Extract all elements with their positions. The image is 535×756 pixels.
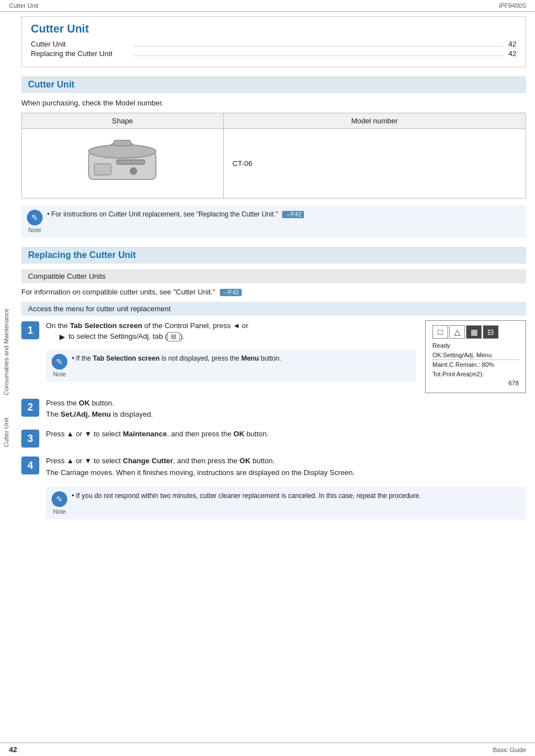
arrow-icon: ▶: [59, 333, 65, 341]
panel-line-3: Maint.C Remain.: 80%: [432, 360, 519, 370]
step-2-content: Press the OK button. The Set./Adj. Menu …: [46, 398, 526, 421]
subsection1-link: →P.42: [220, 289, 242, 296]
subsection1-intro: For information on compatible cutter uni…: [21, 288, 526, 296]
section1-title: Cutter Unit: [28, 80, 75, 89]
sidebar-label-2: Cutter Unit: [3, 418, 10, 448]
toc-item-1-page: 42: [505, 40, 516, 48]
note-content-step1: • If the Tab Selection screen is not dis…: [72, 354, 408, 362]
panel-icons-row: □ △ ▦ ⊟: [432, 325, 519, 339]
svg-rect-3: [117, 160, 145, 164]
toc-title: Cutter Unit: [31, 22, 516, 35]
subsection2-title: Access the menu for cutter unit replacem…: [28, 305, 170, 313]
panel-display: □ △ ▦ ⊟ Ready OK:Setting/Adj. Menu Maint…: [425, 320, 526, 393]
top-bar-left: Cutter Unit: [9, 2, 39, 9]
toc-item-1: Cutter Unit 42: [31, 40, 516, 48]
step-2-subtext: The Set./Adj. Menu is displayed.: [46, 410, 153, 418]
toc-dots-2: [134, 56, 503, 56]
note-content-step4: • If you do not respond within two minut…: [72, 491, 518, 500]
note-icon-step1: ✎ Note: [52, 354, 67, 377]
section1-intro: When purchasing, check the Model number.: [21, 99, 526, 107]
step-4-text: Press ▲ or ▼ to select Change Cutter, an…: [46, 455, 526, 479]
panel-icon-3: ▦: [466, 325, 482, 339]
note-icon-1: ✎ Note: [27, 210, 43, 233]
panel-icon-4: ⊟: [483, 325, 499, 339]
table-col2: Model number: [223, 113, 525, 129]
note-content-1: • For instructions on Cutter Unit replac…: [47, 210, 518, 218]
model-cell: CT-06: [223, 129, 525, 199]
note-link-1: →P.42: [282, 211, 304, 218]
note-box-step1: ✎ Note • If the Tab Selection screen is …: [46, 349, 416, 382]
toc-box: Cutter Unit Cutter Unit 42 Replacing the…: [21, 16, 526, 67]
sidebar-label-1: Consumables and Maintenance: [3, 308, 10, 395]
step-1-main: 1 On the Tab Selection screen of the Con…: [21, 320, 416, 388]
pencil-icon-step1: ✎: [52, 354, 67, 370]
model-table: Shape Model number: [21, 113, 526, 199]
panel-icon-2: △: [449, 325, 465, 339]
panel-line-2: OK:Setting/Adj. Menu: [432, 351, 519, 361]
toc-item-1-label: Cutter Unit: [31, 40, 132, 48]
section1-header: Cutter Unit: [21, 76, 526, 93]
settings-key: ⊟: [167, 332, 180, 342]
note-label-step1: Note: [52, 371, 67, 377]
bottom-bar-right: Basic Guide: [493, 746, 526, 753]
panel-icon-1: □: [432, 325, 448, 339]
bottom-bar: 42 Basic Guide: [0, 743, 535, 756]
step-1-bold-1: Tab Selection screen: [70, 321, 142, 330]
step-1-text: On the Tab Selection screen of the Contr…: [46, 320, 416, 332]
section2-header: Replacing the Cutter Unit: [21, 247, 526, 264]
step-1-content: On the Tab Selection screen of the Contr…: [46, 320, 416, 342]
step-1-num: 1: [21, 321, 39, 339]
step-1-subtext: to select the Settings/Adj. tab (⊟).: [68, 332, 185, 342]
panel-line-4: Tot.Print Area(m2):: [432, 370, 519, 379]
subsection1-header: Compatible Cutter Units: [21, 269, 526, 283]
step-4-content: Press ▲ or ▼ to select Change Cutter, an…: [46, 455, 526, 479]
step-4-num: 4: [21, 457, 39, 474]
note-icon-step4: ✎ Note: [52, 491, 67, 515]
sidebar: Consumables and Maintenance Cutter Unit: [0, 17, 12, 739]
step-1-arrow: ▶ to select the Settings/Adj. tab (⊟).: [59, 332, 416, 342]
pencil-icon-1: ✎: [27, 210, 43, 225]
step-2-num: 2: [21, 399, 39, 417]
table-row: CT-06: [22, 129, 526, 199]
svg-rect-2: [94, 164, 111, 175]
top-bar-right: iPF9400S: [499, 2, 526, 9]
step-4-subtext: The Carriage moves. When it finishes mov…: [46, 468, 355, 477]
note-box-step4: ✎ Note • If you do not respond within tw…: [46, 487, 526, 519]
svg-point-4: [130, 168, 137, 174]
shape-cell: [22, 129, 224, 199]
step-1-row: 1 On the Tab Selection screen of the Con…: [21, 320, 526, 393]
svg-rect-5: [114, 140, 131, 146]
step-2-text: Press the OK button. The Set./Adj. Menu …: [46, 398, 526, 421]
page-number: 42: [9, 745, 17, 754]
step-2: 2 Press the OK button. The Set./Adj. Men…: [21, 398, 526, 421]
panel-line-5: 678: [432, 379, 519, 388]
note-text-1: • For instructions on Cutter Unit replac…: [47, 210, 304, 218]
step-4: 4 Press ▲ or ▼ to select Change Cutter, …: [21, 455, 526, 479]
note-text-step1: • If the Tab Selection screen is not dis…: [72, 354, 282, 362]
step-1: 1 On the Tab Selection screen of the Con…: [21, 320, 416, 342]
table-col1: Shape: [22, 113, 224, 129]
note-label-1: Note: [27, 227, 43, 233]
step-3-content: Press ▲ or ▼ to select Maintenance, and …: [46, 428, 526, 440]
note-text-step4: • If you do not respond within two minut…: [72, 492, 421, 500]
subsection2-header: Access the menu for cutter unit replacem…: [21, 302, 526, 316]
subsection1-title: Compatible Cutter Units: [28, 272, 105, 280]
step-3-text: Press ▲ or ▼ to select Maintenance, and …: [46, 428, 526, 440]
pencil-icon-step4: ✎: [52, 491, 67, 507]
top-bar: Cutter Unit iPF9400S: [0, 0, 535, 12]
step-3: 3 Press ▲ or ▼ to select Maintenance, an…: [21, 428, 526, 448]
cutter-unit-illustration: [77, 135, 167, 191]
note-box-1: ✎ Note • For instructions on Cutter Unit…: [21, 205, 526, 238]
section2-title: Replacing the Cutter Unit: [28, 250, 136, 260]
toc-item-2-page: 42: [505, 49, 516, 58]
main-content: Cutter Unit Cutter Unit 42 Replacing the…: [12, 16, 535, 547]
panel-line-1: Ready: [432, 341, 519, 351]
toc-dots-1: [134, 46, 503, 47]
toc-item-2: Replacing the Cutter Unit 42: [31, 49, 516, 58]
note-label-step4: Note: [52, 508, 67, 515]
toc-item-2-label: Replacing the Cutter Unit: [31, 49, 132, 58]
svg-point-1: [89, 145, 156, 158]
step-3-num: 3: [21, 430, 39, 448]
model-number: CT-06: [233, 159, 252, 168]
